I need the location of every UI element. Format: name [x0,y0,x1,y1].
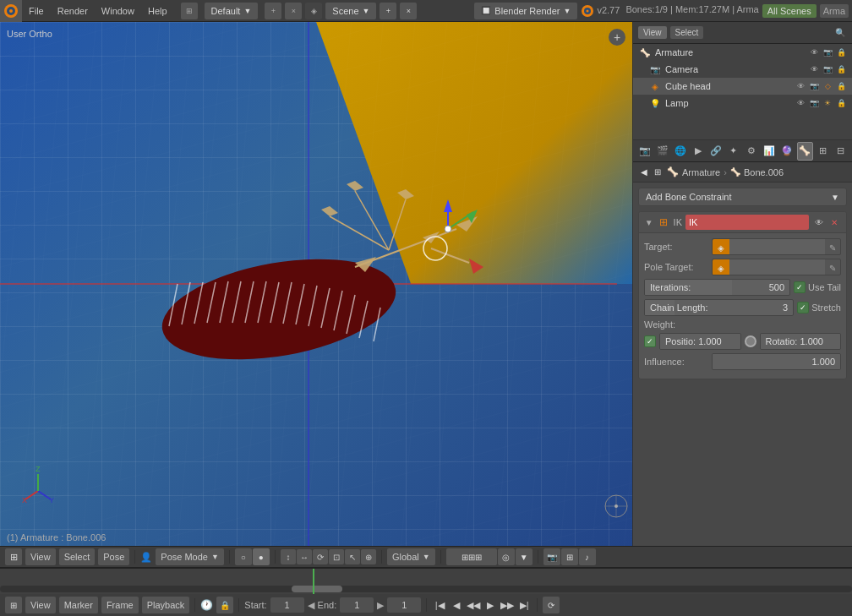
add-workspace-btn[interactable]: + [265,3,281,19]
close-workspace-btn[interactable]: × [285,3,302,19]
timeline-body[interactable] [0,569,852,594]
workspace-selector[interactable]: Default ▼ [205,3,259,19]
select-btn[interactable]: Select [59,548,96,565]
outliner-tab-select[interactable]: Select [670,26,704,39]
position-weight-check[interactable]: ✓ [644,335,656,347]
props-icon-extra1[interactable]: ⊞ [815,142,831,161]
transform-icon-3[interactable]: ⟳ [313,549,328,564]
timeline-scrollbar-thumb[interactable] [292,586,342,592]
cube-head-extra-icon[interactable]: ◇ [822,80,833,92]
lamp-extra-icon[interactable]: ☀ [822,97,833,109]
render-icon[interactable]: 📷 [822,46,833,58]
timeline-playback-btn[interactable]: Playback [142,597,190,613]
lamp-eye-icon[interactable]: 👁 [795,97,806,109]
outliner-item-lamp[interactable]: 💡 Lamp 👁 📷 ☀ 🔒 [633,95,852,112]
constraint-toggle[interactable]: ▼ [644,216,654,228]
props-icon-scene[interactable]: 🎬 [654,142,670,161]
shading-btn-1[interactable]: ○ [235,548,252,565]
timeline-marker-btn[interactable]: Marker [59,597,98,613]
influence-slider[interactable]: 1.000 [712,353,841,370]
next-frame-btn[interactable]: ▶▶ [500,597,515,613]
lock-icon[interactable]: 🔒 [835,46,847,58]
menu-file[interactable]: File [22,0,51,22]
outliner-item-cube-head[interactable]: ◈ Cube head 👁 📷 ◇ 🔒 [633,78,852,95]
scene-add-btn[interactable]: + [380,3,396,19]
pose-mode-icon[interactable]: 👤 [140,552,152,563]
props-icon-data[interactable]: 📊 [761,142,777,161]
constraint-eye-btn[interactable]: 👁 [812,215,826,229]
timeline-scrollbar[interactable] [0,586,852,592]
camera-render-icon[interactable]: 📷 [822,63,833,75]
proportional-dropdown[interactable]: ▼ [516,548,532,565]
props-icon-render[interactable]: 📷 [636,142,653,161]
snap-grid-btn[interactable]: ⊞⊞⊞ [446,548,497,565]
timeline-view-btn[interactable]: View [25,597,56,613]
props-icon-particles[interactable]: ✦ [725,142,741,161]
shading-btn-2[interactable]: ● [253,548,270,565]
end-value[interactable]: 1 [340,597,374,613]
target-edit-btn[interactable]: ✎ [825,239,840,255]
timeline-lock-icon[interactable]: 🔒 [216,597,233,613]
view-btn[interactable]: View [25,548,56,565]
iterations-slider[interactable]: Iterations: 500 [644,279,790,296]
pose-btn[interactable]: Pose [98,548,129,565]
use-tail-checkbox[interactable]: ✓ [794,281,806,293]
props-icon-material[interactable]: 🔮 [779,142,795,161]
breadcrumb-armature[interactable]: Armature [682,167,720,177]
add-bone-constraint-btn[interactable]: Add Bone Constraint ▼ [638,188,847,206]
current-frame[interactable]: 1 [387,597,421,613]
outliner-item-camera[interactable]: 📷 Camera 👁 📷 🔒 [633,61,852,78]
target-field[interactable]: ◈ ✎ [712,238,841,255]
play-btn[interactable]: ▶ [483,597,498,613]
viewport-extra-btn[interactable]: ⊞ [561,548,578,565]
props-icon-bone-constraints[interactable]: 🦴 [797,142,813,161]
eye-icon[interactable]: 👁 [808,46,820,58]
end-next-btn[interactable]: ▶ [377,600,384,611]
3d-viewport[interactable]: User Ortho + X Y Z (1) Armatur [0,22,632,546]
transform-icon-2[interactable]: ↔ [297,549,312,564]
viewport-render-btn[interactable]: 📷 [543,548,560,565]
play-reverse-btn[interactable]: ◀◀ [466,597,481,613]
jump-start-btn[interactable]: |◀ [432,597,447,613]
constraint-name-input[interactable] [685,215,809,230]
camera-lock-icon[interactable]: 🔒 [835,63,847,75]
start-value[interactable]: 1 [270,597,304,613]
props-icon-world[interactable]: 🌐 [672,142,688,161]
cube-lock-icon[interactable]: 🔒 [835,80,847,92]
chain-length-slider[interactable]: Chain Length: 3 [644,299,794,316]
outliner-item-armature[interactable]: 🦴 Armature 👁 📷 🔒 [633,44,852,61]
timeline-playhead[interactable] [313,569,314,594]
transform-orientation-dropdown[interactable]: Global ▼ [387,548,435,565]
props-icon-constraints[interactable]: 🔗 [707,142,724,161]
outliner-tab-view[interactable]: View [638,26,667,39]
cube-render-icon[interactable]: 📷 [808,80,820,92]
search-icon[interactable]: 🔍 [833,26,847,40]
position-weight-slider[interactable]: Positio: 1.000 [659,333,741,350]
engine-selector[interactable]: 🔲 Blender Render ▼ [474,3,577,19]
menu-render[interactable]: Render [51,0,95,22]
panel-lock-icon[interactable]: ⊞ [652,166,664,178]
audio-btn[interactable]: ♪ [579,548,596,565]
mode-dropdown[interactable]: Pose Mode ▼ [156,548,224,565]
transform-icon-4[interactable]: ⊡ [329,549,344,564]
viewport-add-btn[interactable]: + [609,29,625,46]
rotation-weight-circle[interactable] [745,335,756,347]
menu-help[interactable]: Help [141,0,174,22]
pole-target-edit-btn[interactable]: ✎ [825,259,840,275]
viewport-type-icon[interactable]: ⊞ [5,548,22,565]
proportional-btn[interactable]: ◎ [498,548,515,565]
menu-window[interactable]: Window [95,0,141,22]
camera-eye-icon[interactable]: 👁 [808,63,820,75]
timeline-frame-btn[interactable]: Frame [101,597,139,613]
start-prev-btn[interactable]: ◀ [308,600,314,611]
stretch-checkbox[interactable]: ✓ [797,302,809,313]
pole-target-field[interactable]: ◈ ✎ [712,259,841,275]
scene-selector[interactable]: Scene ▼ [325,3,376,19]
cube-eye-icon[interactable]: 👁 [795,80,806,92]
jump-end-btn[interactable]: ▶| [516,597,532,613]
transform-icon-5[interactable]: ↖ [345,549,360,564]
constraint-delete-btn[interactable]: ✕ [827,215,841,229]
transform-icon-6[interactable]: ⊕ [361,549,376,564]
prev-frame-btn[interactable]: ◀ [449,597,464,613]
scene-close-btn[interactable]: × [400,3,417,19]
